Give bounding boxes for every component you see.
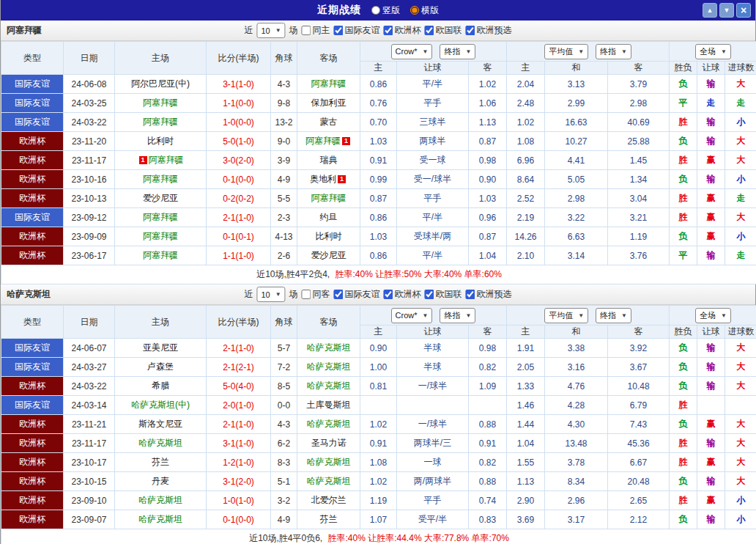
date-cell: 23-11-17 [64, 434, 115, 453]
asian-home-odds: 0.91 [360, 151, 397, 170]
league-checkbox-3-input[interactable] [466, 290, 475, 299]
same-side-checkbox[interactable]: 同客 [302, 288, 330, 301]
bookmaker-select[interactable]: Crow*▼ [391, 44, 433, 59]
asian-away-odds: 0.88 [469, 415, 507, 434]
score-cell: 3-1(1-0) [207, 434, 271, 453]
team-name-text: 斯洛文尼亚 [138, 419, 182, 429]
away-team-cell: 阿塞拜疆1 [297, 132, 360, 151]
team-name-text: 哈萨克斯坦 [138, 438, 182, 448]
league-checkbox-1-input[interactable] [384, 290, 393, 299]
league-checkbox-1[interactable]: 欧洲杯 [384, 24, 421, 37]
avg-odds-select[interactable]: 平均值▼ [544, 44, 588, 59]
result-handicap-cell: 输 [697, 132, 725, 151]
asian-home-odds: 1.03 [360, 132, 397, 151]
euro-away-odds: 3.79 [608, 75, 670, 94]
scope-select[interactable]: 全场▼ [695, 44, 731, 59]
team-name-text: 哈萨克斯坦 [307, 381, 351, 391]
bookmaker-select[interactable]: Crow*▼ [391, 308, 433, 323]
sub-col-header: 胜负 [670, 326, 697, 339]
close-button[interactable]: × [736, 3, 751, 18]
asian-final-odds-select-value: 终指 [444, 46, 460, 57]
radio-vertical-input[interactable] [371, 6, 380, 15]
same-side-checkbox-input[interactable] [302, 26, 311, 35]
result-goals-cell: 小 [725, 170, 756, 189]
away-team-cell: 爱沙尼亚 [297, 246, 360, 265]
same-side-checkbox[interactable]: 同主 [302, 24, 330, 37]
radio-horizontal-input[interactable] [410, 6, 419, 15]
league-checkbox-3[interactable]: 欧洲预选 [466, 288, 512, 301]
league-cell: 欧洲杯 [1, 132, 64, 151]
euro-draw-odds: 2.99 [545, 94, 608, 113]
home-team-cell: 哈萨克斯坦 [115, 510, 207, 529]
asian-final-odds-select[interactable]: 终指▼ [440, 44, 475, 59]
asian-away-odds: 1.13 [469, 113, 507, 132]
result-handicap-cell [697, 396, 725, 415]
home-team-cell: 卢森堡 [115, 358, 207, 377]
scope-select-value: 全场 [700, 46, 716, 57]
euro-away-odds: 6.79 [608, 396, 670, 415]
league-checkbox-0-input[interactable] [334, 290, 344, 299]
corner-cell: 8-3 [271, 453, 297, 472]
home-team-cell: 亚美尼亚 [115, 339, 207, 358]
league-checkbox-2-input[interactable] [425, 290, 434, 299]
league-checkbox-2[interactable]: 欧国联 [425, 288, 462, 301]
league-checkbox-2[interactable]: 欧国联 [425, 24, 462, 37]
asian-home-odds: 0.86 [360, 75, 397, 94]
asian-home-odds: 0.81 [360, 377, 397, 396]
col-header: 客场 [297, 306, 360, 339]
result-wdl-cell: 负 [670, 377, 697, 396]
euro-final-odds-select[interactable]: 终指▼ [596, 308, 631, 323]
move-down-button[interactable]: ▼ [719, 3, 734, 18]
move-up-button[interactable]: ▲ [703, 3, 717, 18]
filter-bar: 近10▼场同客国际友谊欧洲杯欧国联欧洲预选 [244, 287, 511, 302]
chevron-down-icon: ▼ [621, 48, 627, 55]
layout-radio-vertical[interactable]: 竖版 [371, 4, 400, 17]
result-goals-cell: 大 [725, 75, 756, 94]
league-checkbox-1-input[interactable] [384, 26, 393, 35]
result-wdl-cell: 负 [670, 415, 697, 434]
euro-away-odds: 3.92 [608, 339, 670, 358]
league-checkbox-0[interactable]: 国际友谊 [334, 288, 380, 301]
layout-radio-horizontal[interactable]: 横版 [410, 4, 439, 17]
handicap-cell: 两球半 [397, 132, 469, 151]
filter-matches-label: 场 [289, 288, 298, 301]
result-handicap-cell: 输 [697, 113, 725, 132]
section-team-name: 阿塞拜疆 [7, 24, 42, 37]
league-checkbox-1-label: 欧洲杯 [395, 24, 421, 37]
same-side-checkbox-input[interactable] [302, 290, 311, 299]
league-checkbox-1[interactable]: 欧洲杯 [384, 288, 421, 301]
league-checkbox-3[interactable]: 欧洲预选 [466, 24, 512, 37]
asian-away-odds: 0.91 [469, 434, 507, 453]
away-team-cell: 哈萨克斯坦 [297, 358, 360, 377]
col-header: 类型 [1, 306, 64, 339]
league-cell: 国际友谊 [1, 358, 64, 377]
score-cell: 0-1(0-0) [207, 170, 271, 189]
bookmaker-select-value: Crow* [396, 311, 418, 320]
scope-select[interactable]: 全场▼ [695, 308, 731, 323]
league-checkbox-3-input[interactable] [466, 26, 475, 35]
league-checkbox-0-input[interactable] [334, 26, 344, 35]
result-goals-cell: 大 [725, 339, 756, 358]
date-cell: 24-06-07 [64, 339, 115, 358]
league-checkbox-2-input[interactable] [425, 26, 434, 35]
matches-count-select[interactable]: 10▼ [256, 23, 285, 38]
home-team-cell: 阿塞拜疆 [115, 227, 207, 246]
team-name-text: 哈萨克斯坦 [307, 457, 351, 467]
euro-away-odds: 6.67 [608, 453, 670, 472]
result-wdl-cell: 负 [670, 510, 697, 529]
away-team-cell: 哈萨克斯坦 [297, 339, 360, 358]
league-cell: 欧洲杯 [1, 377, 64, 396]
matches-count-select[interactable]: 10▼ [256, 287, 285, 302]
euro-home-odds: 1.13 [507, 472, 545, 491]
league-checkbox-0[interactable]: 国际友谊 [334, 24, 380, 37]
asian-final-odds-select[interactable]: 终指▼ [440, 308, 475, 323]
home-team-cell: 阿塞拜疆 [115, 113, 207, 132]
date-cell: 23-10-17 [64, 453, 115, 472]
result-handicap-cell: 赢 [697, 227, 725, 246]
team-name-text: 阿塞拜疆 [143, 98, 178, 108]
avg-odds-select[interactable]: 平均值▼ [544, 308, 588, 323]
euro-away-odds: 1.45 [608, 151, 670, 170]
euro-final-odds-select[interactable]: 终指▼ [596, 44, 631, 59]
asian-final-odds-select-value: 终指 [444, 310, 460, 321]
score-cell: 5-0(4-0) [207, 377, 271, 396]
